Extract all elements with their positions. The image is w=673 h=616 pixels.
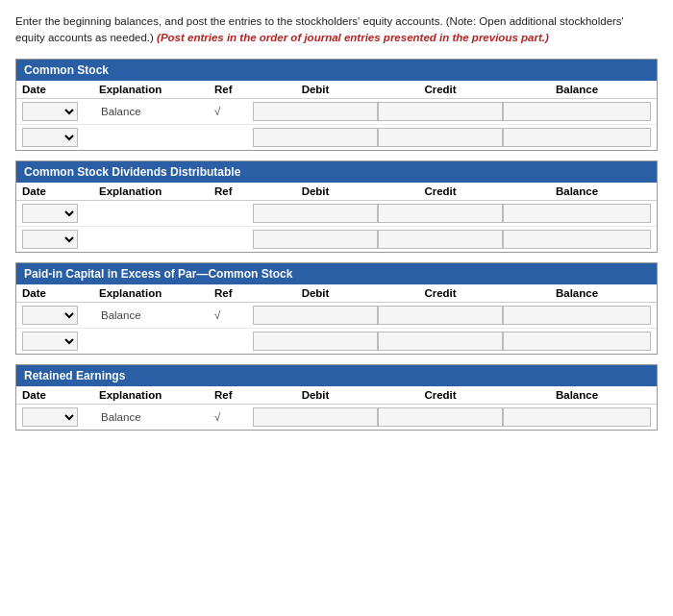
date-cell — [22, 306, 99, 325]
credit-input[interactable] — [378, 332, 503, 351]
col-balance-label: Balance — [503, 389, 651, 401]
credit-input[interactable] — [378, 230, 503, 249]
date-cell — [22, 102, 99, 121]
debit-input[interactable] — [253, 230, 378, 249]
intro-line2: equity accounts as needed.) — [15, 32, 154, 43]
col-date-label: Date — [22, 287, 99, 299]
col-debit-label: Debit — [253, 84, 378, 95]
section-header-paid-in: Paid-in Capital in Excess of Par—Common … — [16, 263, 657, 284]
debit-input[interactable] — [253, 204, 378, 223]
col-headers-retained: Date Explanation Ref Debit Credit Balanc… — [16, 386, 657, 405]
credit-cell — [378, 128, 503, 147]
credit-cell — [378, 332, 503, 351]
table-row — [16, 329, 657, 354]
date-select[interactable] — [22, 102, 78, 121]
debit-cell — [253, 102, 378, 121]
table-row: Balance √ — [16, 99, 657, 125]
section-header-retained: Retained Earnings — [16, 365, 657, 386]
balance-input[interactable] — [503, 102, 651, 121]
debit-input[interactable] — [253, 306, 378, 325]
credit-input[interactable] — [378, 306, 503, 325]
table-row: Balance √ — [16, 405, 657, 430]
balance-cell — [503, 407, 651, 427]
date-select[interactable] — [22, 306, 78, 325]
intro-line1: Enter the beginning balances, and post t… — [15, 15, 624, 27]
balance-input[interactable] — [503, 332, 651, 351]
date-cell — [22, 128, 99, 147]
table-row: Balance √ — [16, 303, 657, 329]
table-row — [16, 227, 657, 252]
date-select[interactable] — [22, 407, 78, 427]
date-cell — [22, 204, 99, 223]
col-ref-label: Ref — [214, 389, 253, 401]
section-header-dividends: Common Stock Dividends Distributable — [16, 161, 657, 183]
balance-cell — [503, 332, 651, 351]
debit-cell — [253, 407, 378, 427]
col-headers-common-stock: Date Explanation Ref Debit Credit Balanc… — [16, 81, 657, 99]
col-balance-label: Balance — [503, 84, 651, 95]
explanation-cell: Balance — [99, 411, 214, 423]
credit-input[interactable] — [378, 204, 503, 223]
explanation-cell: Balance — [99, 309, 214, 321]
date-select[interactable] — [22, 128, 78, 147]
debit-cell — [253, 332, 378, 351]
balance-cell — [503, 306, 651, 325]
col-headers-dividends: Date Explanation Ref Debit Credit Balanc… — [16, 183, 657, 201]
date-select[interactable] — [22, 332, 78, 351]
col-credit-label: Credit — [378, 185, 503, 197]
page-container: Enter the beginning balances, and post t… — [0, 0, 673, 616]
intro-text: Enter the beginning balances, and post t… — [15, 13, 658, 47]
debit-input[interactable] — [253, 102, 378, 121]
credit-input[interactable] — [378, 407, 503, 427]
section-retained-earnings: Retained Earnings Date Explanation Ref D… — [15, 364, 658, 431]
intro-bold: (Post entries in the order of journal en… — [157, 32, 549, 43]
col-balance-label: Balance — [503, 185, 651, 197]
col-date-label: Date — [22, 389, 99, 401]
table-row — [16, 201, 657, 227]
balance-input[interactable] — [503, 306, 651, 325]
section-common-stock: Common Stock Date Explanation Ref Debit … — [15, 59, 658, 151]
debit-cell — [253, 306, 378, 325]
ref-cell: √ — [214, 411, 253, 423]
col-debit-label: Debit — [253, 389, 378, 401]
balance-cell — [503, 102, 651, 121]
col-credit-label: Credit — [378, 389, 503, 401]
balance-cell — [503, 204, 651, 223]
credit-cell — [378, 204, 503, 223]
col-exp-label: Explanation — [99, 84, 214, 95]
section-dividends: Common Stock Dividends Distributable Dat… — [15, 160, 658, 253]
col-date-label: Date — [22, 84, 99, 95]
col-debit-label: Debit — [253, 287, 378, 299]
date-cell — [22, 332, 99, 351]
col-credit-label: Credit — [378, 287, 503, 299]
debit-input[interactable] — [253, 128, 378, 147]
debit-input[interactable] — [253, 332, 378, 351]
balance-input[interactable] — [503, 230, 651, 249]
credit-cell — [378, 407, 503, 427]
balance-input[interactable] — [503, 128, 651, 147]
section-header-common-stock: Common Stock — [16, 60, 657, 81]
col-date-label: Date — [22, 185, 99, 197]
balance-input[interactable] — [503, 204, 651, 223]
explanation-cell: Balance — [99, 106, 214, 117]
col-credit-label: Credit — [378, 84, 503, 95]
col-exp-label: Explanation — [99, 287, 214, 299]
date-select[interactable] — [22, 204, 78, 223]
col-ref-label: Ref — [214, 84, 253, 95]
col-exp-label: Explanation — [99, 389, 214, 401]
credit-input[interactable] — [378, 102, 503, 121]
credit-cell — [378, 230, 503, 249]
section-paid-in-capital: Paid-in Capital in Excess of Par—Common … — [15, 262, 658, 355]
credit-cell — [378, 306, 503, 325]
credit-cell — [378, 102, 503, 121]
col-ref-label: Ref — [214, 287, 253, 299]
col-exp-label: Explanation — [99, 185, 214, 197]
ref-cell: √ — [214, 106, 253, 117]
credit-input[interactable] — [378, 128, 503, 147]
ref-cell: √ — [214, 309, 253, 321]
balance-cell — [503, 230, 651, 249]
debit-input[interactable] — [253, 407, 378, 427]
date-cell — [22, 407, 99, 427]
date-select[interactable] — [22, 230, 78, 249]
balance-input[interactable] — [503, 407, 651, 427]
